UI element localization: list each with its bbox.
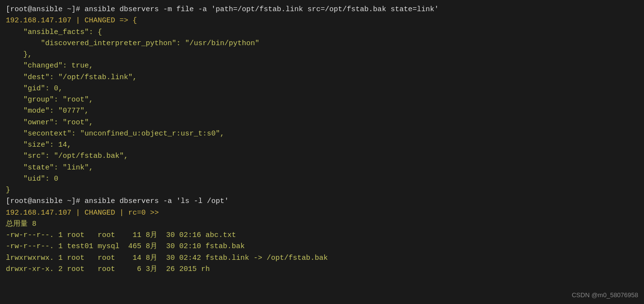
output-line-14: "uid": 0 — [6, 173, 638, 185]
output-line-19: lrwxrwxrwx. 1 root root 14 8月 30 02:42 f… — [6, 253, 638, 264]
output-line-20: drwxr-xr-x. 2 root root 6 3月 26 2015 rh — [6, 264, 638, 275]
terminal-content: [root@ansible ~]# ansible dbservers -m f… — [6, 4, 638, 275]
output-line-6: "gid": 0, — [6, 83, 638, 94]
command-line-2: [root@ansible ~]# ansible dbservers -a '… — [6, 196, 638, 207]
output-line-10: "secontext": "unconfined_u:object_r:usr_… — [6, 128, 638, 139]
output-line-16: 总用量 8 — [6, 219, 638, 230]
result-line-2: 192.168.147.107 | CHANGED | rc=0 >> — [6, 207, 638, 219]
output-line-7: "group": "root", — [6, 94, 638, 105]
output-line-17: -rw-r--r--. 1 root root 11 8月 30 02:16 a… — [6, 230, 638, 241]
result-line-1: 192.168.147.107 | CHANGED => { — [6, 15, 638, 26]
watermark: CSDN @m0_58076958 — [572, 290, 638, 300]
output-line-15: } — [6, 185, 638, 196]
output-line-11: "size": 14, — [6, 139, 638, 151]
output-line-8: "mode": "0777", — [6, 105, 638, 117]
output-line-3: }, — [6, 49, 638, 60]
command-line-1: [root@ansible ~]# ansible dbservers -m f… — [6, 4, 638, 15]
output-line-9: "owner": "root", — [6, 117, 638, 128]
output-line-13: "state": "link", — [6, 162, 638, 173]
output-line-4: "changed": true, — [6, 60, 638, 71]
output-line-1: "ansible_facts": { — [6, 27, 638, 38]
terminal: [root@ansible ~]# ansible dbservers -m f… — [0, 0, 644, 304]
output-line-5: "dest": "/opt/fstab.link", — [6, 72, 638, 83]
output-line-2: "discovered_interpreter_python": "/usr/b… — [6, 38, 638, 49]
output-line-18: -rw-r--r--. 1 test01 mysql 465 8月 30 02:… — [6, 241, 638, 252]
output-line-12: "src": "/opt/fstab.bak", — [6, 151, 638, 162]
